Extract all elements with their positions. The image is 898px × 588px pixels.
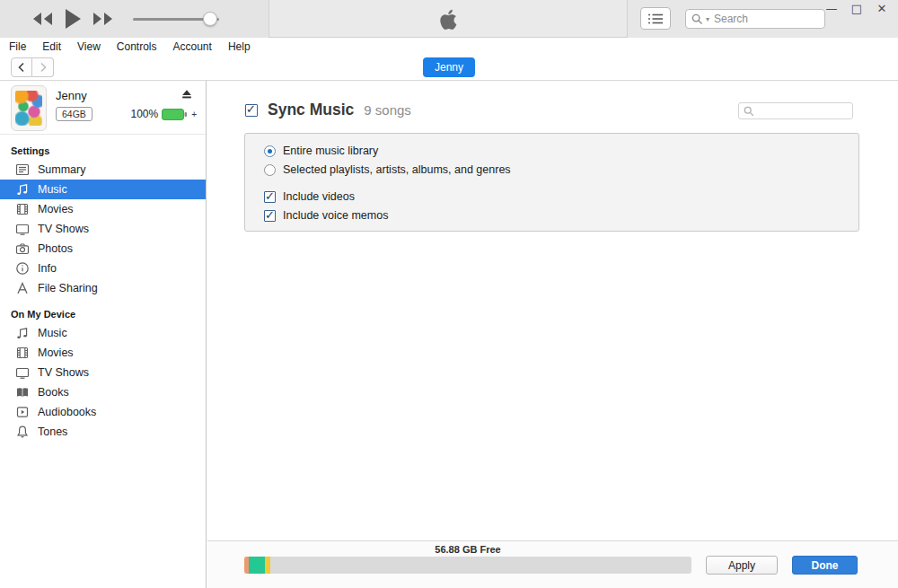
sidebar-item-audiobooks[interactable]: Audiobooks bbox=[0, 402, 206, 422]
eject-icon[interactable] bbox=[180, 88, 193, 101]
menu-file[interactable]: File bbox=[9, 40, 34, 53]
audiobook-icon bbox=[15, 405, 30, 419]
sidebar: Jenny 64GB 100% + Settings Summary Music… bbox=[0, 81, 207, 588]
sidebar-item-label: Info bbox=[38, 262, 57, 275]
sidebar-item-label: Photos bbox=[38, 242, 73, 255]
summary-icon bbox=[15, 162, 30, 177]
film-icon bbox=[15, 202, 30, 216]
device-screen-image bbox=[15, 91, 42, 126]
sidebar-item-label: Summary bbox=[38, 163, 85, 176]
volume-slider[interactable] bbox=[133, 16, 219, 22]
sidebar-item-label: Movies bbox=[38, 347, 74, 359]
radio-label: Selected playlists, artists, albums, and… bbox=[283, 163, 511, 176]
volume-knob[interactable] bbox=[203, 12, 217, 26]
music-note-icon bbox=[15, 326, 30, 340]
navigation-row: Jenny bbox=[0, 55, 898, 81]
battery-status: 100% + bbox=[130, 108, 197, 120]
sidebar-item-label: File Sharing bbox=[38, 282, 98, 294]
capacity-bar bbox=[244, 557, 691, 574]
content-search-input[interactable] bbox=[738, 102, 853, 119]
film-icon bbox=[15, 346, 30, 360]
free-space-label: 56.88 GB Free bbox=[244, 544, 691, 555]
open-book-icon bbox=[15, 385, 30, 399]
search-icon bbox=[744, 106, 754, 117]
playback-section bbox=[0, 0, 269, 38]
radio-entire-library[interactable] bbox=[264, 145, 276, 157]
music-note-icon bbox=[15, 182, 30, 197]
info-icon bbox=[15, 261, 30, 276]
bell-icon bbox=[15, 425, 30, 439]
up-next-list-button[interactable] bbox=[640, 7, 671, 30]
file-sharing-icon bbox=[15, 281, 30, 295]
sidebar-section-on-my-device: On My Device bbox=[0, 298, 206, 323]
sidebar-item-label: Movies bbox=[38, 203, 74, 215]
include-voice-memos-checkbox[interactable] bbox=[264, 210, 276, 222]
sidebar-item-movies[interactable]: Movies bbox=[0, 199, 206, 219]
battery-icon bbox=[162, 109, 188, 120]
sidebar-item-device-music[interactable]: Music bbox=[0, 323, 206, 343]
sync-music-checkbox[interactable] bbox=[245, 104, 258, 117]
sidebar-item-label: Music bbox=[38, 183, 67, 196]
sidebar-item-tones[interactable]: Tones bbox=[0, 422, 206, 442]
capacity-segment-apps bbox=[265, 557, 270, 574]
sync-options-panel: Entire music library Selected playlists,… bbox=[244, 133, 859, 232]
itunes-window: ▾ Search — □ ✕ File Edit View Controls A… bbox=[0, 0, 898, 588]
device-name: Jenny bbox=[56, 89, 87, 102]
song-count: 9 songs bbox=[364, 102, 411, 118]
include-videos-checkbox[interactable] bbox=[264, 191, 276, 203]
tv-icon bbox=[15, 222, 30, 236]
sidebar-item-label: TV Shows bbox=[38, 366, 89, 379]
menu-view[interactable]: View bbox=[69, 40, 109, 53]
device-header: Jenny 64GB 100% + bbox=[0, 81, 206, 135]
footer-bar: 56.88 GB Free Apply Done bbox=[207, 540, 898, 588]
menu-bar: File Edit View Controls Account Help bbox=[0, 38, 898, 55]
search-icon bbox=[691, 13, 703, 25]
apply-button[interactable]: Apply bbox=[706, 556, 778, 575]
sidebar-item-music[interactable]: Music bbox=[0, 180, 206, 199]
sidebar-item-label: Music bbox=[38, 327, 67, 339]
done-button[interactable]: Done bbox=[792, 556, 858, 575]
menu-account[interactable]: Account bbox=[165, 40, 220, 53]
sidebar-item-tv-shows[interactable]: TV Shows bbox=[0, 219, 206, 239]
charging-icon: + bbox=[191, 110, 197, 119]
checkbox-label: Include videos bbox=[283, 190, 355, 203]
menu-controls[interactable]: Controls bbox=[109, 40, 165, 53]
menu-help[interactable]: Help bbox=[220, 40, 259, 53]
sidebar-section-settings: Settings bbox=[0, 135, 206, 160]
device-tab-jenny[interactable]: Jenny bbox=[423, 57, 475, 77]
battery-percentage: 100% bbox=[130, 108, 158, 120]
device-thumbnail bbox=[11, 85, 47, 131]
tv-icon bbox=[15, 365, 30, 380]
minimize-button[interactable]: — bbox=[821, 2, 842, 16]
sidebar-item-books[interactable]: Books bbox=[0, 382, 206, 402]
device-capacity-badge: 64GB bbox=[56, 107, 92, 121]
sidebar-item-file-sharing[interactable]: File Sharing bbox=[0, 278, 206, 298]
toolbar-search-input[interactable]: ▾ Search bbox=[685, 9, 825, 29]
list-icon bbox=[647, 13, 664, 25]
camera-icon bbox=[15, 241, 30, 256]
maximize-button[interactable]: □ bbox=[846, 2, 867, 16]
back-button[interactable] bbox=[11, 57, 32, 77]
sidebar-item-info[interactable]: Info bbox=[0, 259, 206, 278]
sidebar-item-photos[interactable]: Photos bbox=[0, 239, 206, 259]
sidebar-item-summary[interactable]: Summary bbox=[0, 160, 206, 180]
toolbar: ▾ Search — □ ✕ bbox=[0, 0, 898, 38]
menu-edit[interactable]: Edit bbox=[34, 40, 69, 53]
sidebar-item-device-tv-shows[interactable]: TV Shows bbox=[0, 363, 206, 382]
close-button[interactable]: ✕ bbox=[871, 2, 893, 16]
main-content: Sync Music 9 songs Entire music library … bbox=[207, 81, 898, 588]
sidebar-item-label: Tones bbox=[38, 426, 67, 438]
rewind-button[interactable] bbox=[31, 12, 54, 26]
sync-music-title: Sync Music bbox=[268, 101, 354, 119]
sidebar-item-label: Audiobooks bbox=[38, 406, 96, 418]
play-button[interactable] bbox=[64, 8, 82, 30]
radio-selected-playlists[interactable] bbox=[264, 164, 276, 176]
apple-logo-icon bbox=[437, 7, 461, 32]
fast-forward-button[interactable] bbox=[92, 12, 115, 26]
sidebar-item-label: Books bbox=[38, 386, 69, 399]
capacity-segment-audio bbox=[249, 557, 265, 574]
toolbar-right-section: ▾ Search — □ ✕ bbox=[627, 0, 898, 38]
forward-button[interactable] bbox=[32, 57, 54, 77]
sidebar-item-device-movies[interactable]: Movies bbox=[0, 343, 206, 363]
checkbox-label: Include voice memos bbox=[283, 209, 388, 222]
